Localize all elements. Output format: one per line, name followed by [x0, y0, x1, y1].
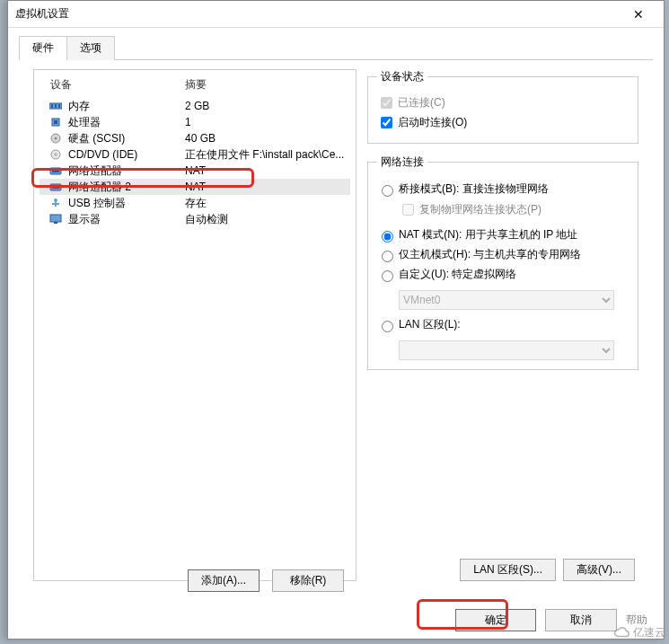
- device-summary: 存在: [185, 196, 347, 211]
- device-summary: NAT: [185, 181, 347, 193]
- device-row[interactable]: 显示器自动检测: [40, 211, 350, 227]
- connect-on-power-label: 启动时连接(O): [398, 115, 467, 130]
- net-icon: [48, 181, 63, 193]
- bridged-row[interactable]: 桥接模式(B): 直接连接物理网络: [377, 181, 629, 197]
- custom-select-row: VMnet0: [399, 287, 629, 310]
- device-name: 网络适配器 2: [68, 180, 185, 195]
- header-summary: 摘要: [185, 77, 207, 93]
- titlebar: 虚拟机设置 ✕: [8, 1, 664, 28]
- device-header: 设备 摘要: [40, 75, 350, 98]
- custom-network-select: VMnet0: [399, 290, 614, 310]
- svg-rect-18: [54, 222, 57, 224]
- device-panel: 设备 摘要 内存2 GB处理器1硬盘 (SCSI)40 GBCD/DVD (ID…: [33, 69, 357, 581]
- device-list[interactable]: 内存2 GB处理器1硬盘 (SCSI)40 GBCD/DVD (IDE)正在使用…: [40, 98, 350, 575]
- nat-row[interactable]: NAT 模式(N): 用于共享主机的 IP 地址: [377, 227, 629, 243]
- device-row[interactable]: 硬盘 (SCSI)40 GB: [40, 130, 350, 146]
- custom-label: 自定义(U): 特定虚拟网络: [399, 267, 516, 282]
- close-icon[interactable]: ✕: [621, 7, 656, 22]
- tab-hardware[interactable]: 硬件: [19, 36, 67, 60]
- custom-radio[interactable]: [382, 270, 393, 282]
- device-row[interactable]: 网络适配器 2NAT: [40, 179, 350, 195]
- device-summary: NAT: [185, 164, 347, 177]
- svg-rect-5: [54, 120, 57, 124]
- svg-rect-2: [55, 104, 57, 108]
- device-summary: 正在使用文件 F:\install pack\Ce...: [185, 147, 347, 163]
- device-summary: 1: [185, 116, 347, 128]
- device-summary: 自动检测: [185, 212, 347, 227]
- lan-row[interactable]: LAN 区段(L):: [377, 317, 629, 332]
- replicate-checkbox: [402, 204, 414, 216]
- nat-radio[interactable]: [382, 231, 393, 243]
- device-summary: 40 GB: [185, 132, 347, 145]
- svg-rect-16: [52, 203, 59, 205]
- device-row[interactable]: CD/DVD (IDE)正在使用文件 F:\install pack\Ce...: [40, 146, 350, 163]
- connect-on-power-row[interactable]: 启动时连接(O): [377, 114, 629, 131]
- watermark: 亿速云: [613, 624, 665, 640]
- ok-button[interactable]: 确定: [455, 609, 536, 631]
- device-row[interactable]: 网络适配器NAT: [40, 163, 350, 179]
- display-icon: [48, 213, 63, 225]
- connect-on-power-checkbox[interactable]: [381, 117, 392, 128]
- net-icon: [48, 164, 63, 177]
- nat-label: NAT 模式(N): 用于共享主机的 IP 地址: [399, 227, 577, 243]
- hostonly-row[interactable]: 仅主机模式(H): 与主机共享的专用网络: [377, 247, 629, 262]
- bridged-radio[interactable]: [382, 185, 393, 197]
- usb-icon: [48, 197, 63, 209]
- device-name: CD/DVD (IDE): [68, 148, 185, 161]
- bridged-label: 桥接模式(B): 直接连接物理网络: [399, 181, 549, 197]
- device-name: USB 控制器: [68, 196, 185, 211]
- network-connection-legend: 网络连接: [377, 154, 427, 170]
- network-connection-group: 网络连接 桥接模式(B): 直接连接物理网络 复制物理网络连接状态(P) NAT…: [367, 154, 638, 370]
- device-row[interactable]: USB 控制器存在: [40, 195, 350, 211]
- lan-segments-button[interactable]: LAN 区段(S)...: [460, 559, 556, 581]
- custom-row[interactable]: 自定义(U): 特定虚拟网络: [377, 267, 629, 282]
- svg-rect-3: [58, 104, 60, 108]
- connected-row: 已连接(C): [377, 94, 629, 111]
- cancel-button[interactable]: 取消: [545, 609, 617, 631]
- svg-rect-11: [52, 170, 59, 172]
- disk-icon: [48, 132, 63, 145]
- content: 设备 摘要 内存2 GB处理器1硬盘 (SCSI)40 GBCD/DVD (ID…: [19, 60, 653, 590]
- replicate-label: 复制物理网络连接状态(P): [419, 202, 541, 217]
- memory-icon: [48, 100, 63, 112]
- svg-point-7: [55, 137, 57, 140]
- lan-select-row: [399, 337, 629, 360]
- lan-segment-select: [399, 340, 614, 360]
- device-status-group: 设备状态 已连接(C) 启动时连接(O): [367, 69, 638, 144]
- svg-rect-13: [52, 186, 59, 189]
- svg-rect-1: [51, 104, 53, 108]
- advanced-button[interactable]: 高级(V)...: [563, 559, 635, 581]
- tab-options[interactable]: 选项: [66, 36, 115, 60]
- lan-label: LAN 区段(L):: [399, 317, 461, 332]
- remove-button[interactable]: 移除(R): [272, 569, 344, 592]
- vm-settings-window: 虚拟机设置 ✕ 硬件 选项 设备 摘要 内存2 GB处理器1硬盘 (SCSI)4…: [7, 0, 665, 640]
- device-name: 处理器: [68, 115, 185, 130]
- add-button[interactable]: 添加(A)...: [188, 569, 260, 592]
- device-summary: 2 GB: [185, 100, 347, 112]
- svg-rect-17: [50, 215, 61, 222]
- connected-checkbox: [381, 97, 392, 109]
- replicate-row: 复制物理网络连接状态(P): [399, 201, 629, 218]
- dialog-buttons: 确定 取消 帮助: [8, 609, 664, 631]
- tabs: 硬件 选项: [19, 35, 653, 60]
- device-row[interactable]: 处理器1: [40, 114, 350, 130]
- svg-point-9: [55, 154, 57, 155]
- add-remove-buttons: 添加(A)... 移除(R): [188, 569, 344, 592]
- window-title: 虚拟机设置: [15, 6, 621, 22]
- device-row[interactable]: 内存2 GB: [40, 98, 350, 114]
- device-name: 显示器: [68, 212, 185, 227]
- tabs-area: 硬件 选项 设备 摘要 内存2 GB处理器1硬盘 (SCSI)40 GBCD/D…: [8, 28, 664, 590]
- right-buttons: LAN 区段(S)... 高级(V)...: [367, 559, 638, 581]
- connected-label: 已连接(C): [398, 95, 445, 110]
- lan-radio[interactable]: [382, 321, 393, 332]
- device-name: 内存: [68, 99, 185, 114]
- device-name: 硬盘 (SCSI): [68, 131, 185, 146]
- cpu-icon: [48, 116, 63, 128]
- hostonly-radio[interactable]: [382, 251, 393, 262]
- cd-icon: [48, 148, 63, 161]
- device-name: 网络适配器: [68, 163, 185, 179]
- header-device: 设备: [50, 77, 185, 93]
- cloud-icon: [613, 624, 629, 640]
- device-status-legend: 设备状态: [377, 69, 427, 84]
- settings-panel: 设备状态 已连接(C) 启动时连接(O) 网络连接 桥接模式(B): 直接连接物: [367, 69, 638, 581]
